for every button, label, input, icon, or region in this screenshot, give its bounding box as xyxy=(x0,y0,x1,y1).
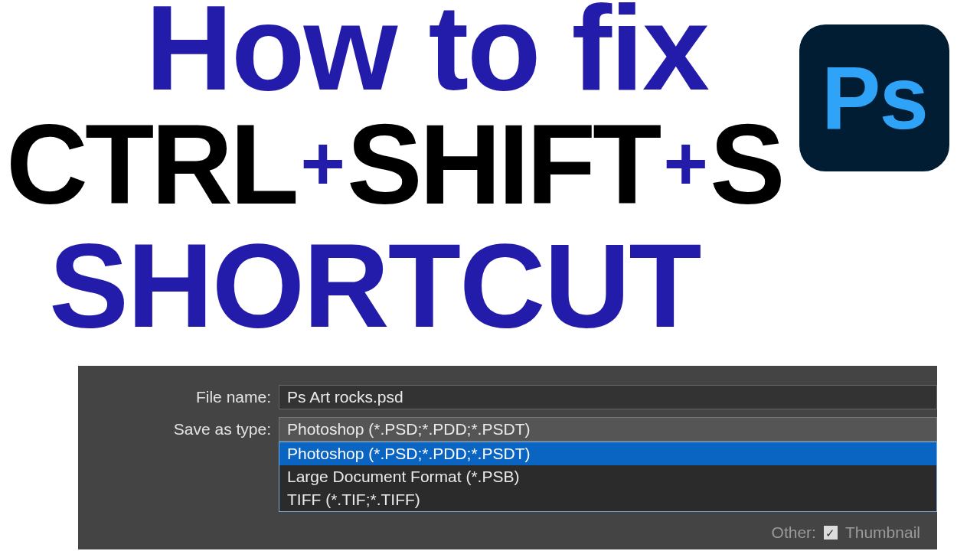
save-as-dialog-panel: File name: Ps Art rocks.psd Save as type… xyxy=(78,366,937,549)
savetype-select[interactable]: Photoshop (*.PSD;*.PDD;*.PSDT) xyxy=(279,417,937,442)
savetype-option[interactable]: Photoshop (*.PSD;*.PDD;*.PSDT) xyxy=(279,442,936,465)
filename-row: File name: Ps Art rocks.psd xyxy=(78,384,937,410)
title-line-2: CTRL+SHIFT+S xyxy=(6,99,782,230)
other-label: Other: xyxy=(772,523,816,542)
plus-1: + xyxy=(296,120,347,206)
kbd-shift: SHIFT xyxy=(347,101,659,227)
photoshop-app-icon: Ps xyxy=(799,24,949,171)
savetype-option[interactable]: Large Document Format (*.PSB) xyxy=(279,465,936,488)
thumbnail-checkbox[interactable]: ✓ xyxy=(824,526,838,540)
kbd-ctrl: CTRL xyxy=(6,101,296,227)
savetype-row: Save as type: Photoshop (*.PSD;*.PDD;*.P… xyxy=(78,416,937,442)
thumbnail-label: Thumbnail xyxy=(845,523,920,542)
kbd-s: S xyxy=(710,101,782,227)
savetype-option[interactable]: TIFF (*.TIF;*.TIFF) xyxy=(279,488,936,511)
filename-label: File name: xyxy=(78,388,279,406)
savetype-label: Save as type: xyxy=(78,420,279,439)
title-line-3: SHORTCUT xyxy=(49,217,701,354)
savetype-dropdown-list[interactable]: Photoshop (*.PSD;*.PDD;*.PSDT) Large Doc… xyxy=(279,442,937,512)
plus-2: + xyxy=(659,120,710,206)
filename-input[interactable]: Ps Art rocks.psd xyxy=(279,385,937,409)
other-options-row: Other: ✓ Thumbnail xyxy=(772,523,920,542)
photoshop-app-icon-text: Ps xyxy=(822,47,927,149)
